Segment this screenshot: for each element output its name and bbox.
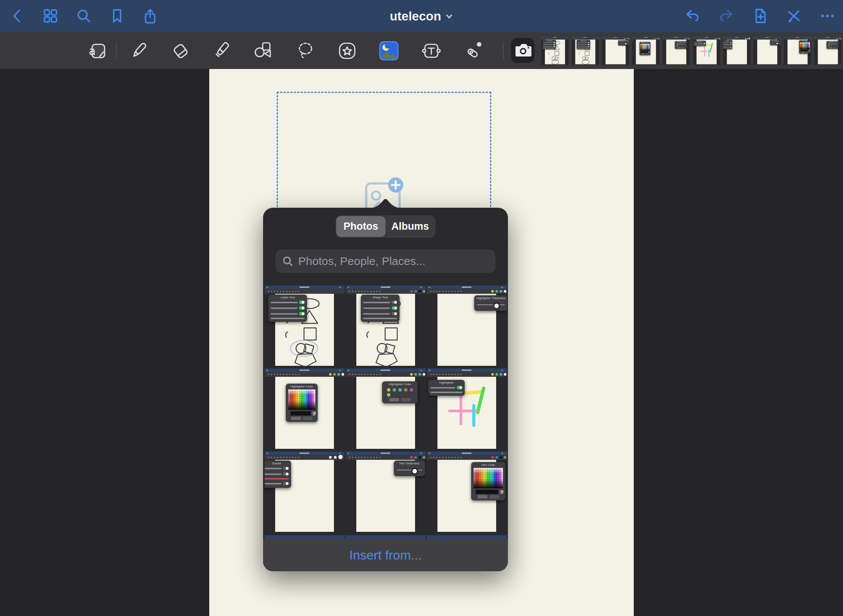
- tool-laser-pointer[interactable]: [462, 39, 486, 63]
- photo-grid: Lasso Tool: [265, 285, 507, 533]
- photo-thumbnail[interactable]: Highlighter Thickness: [602, 37, 629, 65]
- toolbar-divider: [116, 42, 117, 60]
- mini-panel-buttons: [286, 417, 318, 420]
- tool-image[interactable]: [377, 39, 401, 63]
- document-title[interactable]: utelecon: [365, 0, 478, 32]
- photo-thumbnail[interactable]: Lasso Tool: [265, 285, 345, 367]
- mini-nav-bar: [346, 285, 426, 289]
- mini-panel-title: Highlighter Color: [675, 41, 687, 43]
- photo-thumbnail[interactable]: Highlighter Color: [346, 368, 426, 450]
- mini-toolbar: [427, 289, 507, 294]
- page-thumbnail[interactable]: Pen Thickness: [754, 37, 781, 65]
- mini-color-dots: [563, 38, 564, 39]
- mini-tool-panel: Highlighter Color: [382, 381, 418, 403]
- mini-panel-buttons: [382, 398, 418, 401]
- mini-slider: [771, 42, 780, 44]
- mini-color-swatches: [675, 43, 686, 47]
- photo-thumbnail[interactable]: Pen Color: [427, 451, 507, 533]
- page-thumbnail[interactable]: Eraser: [723, 37, 751, 65]
- laser-pointer-icon: [462, 39, 485, 62]
- mini-hex-field: [801, 50, 809, 52]
- mini-color-dots: [715, 38, 716, 39]
- page-thumbnail[interactable]: Highlighter Color: [814, 37, 841, 65]
- chevron-down-icon: [445, 12, 453, 20]
- mini-panel-title: Lasso Tool: [268, 295, 307, 299]
- tool-highlighter[interactable]: [209, 39, 233, 63]
- mini-panel-buttons: [827, 47, 839, 48]
- page-thumbnail[interactable]: Pen Color: [784, 37, 811, 65]
- photo-thumbnail[interactable]: Eraser: [265, 451, 345, 533]
- popover-arrow: [371, 198, 400, 208]
- page-thumbnail[interactable]: Highlighter Color: [663, 37, 690, 65]
- search-button[interactable]: [75, 7, 92, 25]
- mini-color-swatches: [827, 43, 838, 47]
- tool-lasso[interactable]: [293, 39, 318, 63]
- undo-button[interactable]: [684, 7, 701, 25]
- mini-nav-bar: [265, 285, 345, 289]
- page-thumbnail[interactable]: Highlighter Color: [632, 37, 660, 65]
- photo-thumbnail[interactable]: Pen Thickness: [346, 451, 426, 533]
- mini-panel-title: Pen Color: [471, 463, 505, 467]
- bookmark-button[interactable]: [108, 7, 126, 25]
- more-button[interactable]: [819, 7, 836, 25]
- search-icon: [282, 255, 294, 267]
- back-button[interactable]: [8, 7, 26, 25]
- stop-editing-button[interactable]: [785, 7, 802, 25]
- mini-panel-title: Highlighter Color: [827, 41, 839, 43]
- camera-button[interactable]: [511, 38, 534, 63]
- tab-photos[interactable]: Photos: [336, 216, 385, 237]
- photo-thumbnail[interactable]: Highlighter: [427, 368, 507, 450]
- photo-thumbnail[interactable]: Eraser: [723, 37, 751, 65]
- mini-color-dots: [410, 456, 413, 459]
- tool-eraser[interactable]: [168, 39, 193, 63]
- photo-thumbnail[interactable]: Highlighter: [693, 37, 720, 65]
- mini-panel-buttons: [639, 53, 650, 54]
- mini-tool-panel: Highlighter Color: [675, 41, 687, 49]
- mini-toolbar: [427, 372, 507, 377]
- page-thumbnail[interactable]: Shape Tool: [572, 37, 599, 65]
- page-thumbnail-strip: Lasso Tool: [541, 37, 841, 65]
- tab-albums[interactable]: Albums: [385, 216, 435, 237]
- photo-thumbnail[interactable]: Pen Color: [784, 37, 811, 65]
- photo-thumbnail[interactable]: Pen Thickness: [754, 37, 781, 65]
- add-page-button[interactable]: [751, 7, 769, 25]
- mini-tool-panel: Highlighter Color: [639, 42, 650, 55]
- tool-document-mode[interactable]: a: [85, 39, 109, 63]
- mini-tool-panel: Pen Thickness: [770, 40, 780, 45]
- mini-color-dots: [410, 290, 413, 293]
- photo-thumbnail[interactable]: Highlighter Color: [814, 37, 841, 65]
- photo-thumbnail[interactable]: Highlighter Color: [265, 368, 345, 450]
- photo-thumbnail[interactable]: Shape Tool: [346, 285, 426, 367]
- mini-slider: [477, 301, 505, 309]
- redo-button[interactable]: [718, 7, 735, 25]
- tool-shapes[interactable]: [251, 39, 275, 63]
- photo-thumbnail[interactable]: Shape Tool: [572, 37, 599, 65]
- insert-from-button[interactable]: Insert from...: [349, 548, 422, 563]
- mini-toolbar: [346, 455, 426, 460]
- toolbar-divider: [503, 42, 504, 60]
- tool-pen[interactable]: [127, 39, 151, 63]
- mini-color-dots: [329, 290, 332, 293]
- mini-tool-panel: Lasso Tool: [542, 40, 556, 49]
- shapes-icon: [252, 39, 274, 62]
- mini-tool-panel: Pen Color: [799, 41, 811, 54]
- photo-thumbnail[interactable]: Highlighter Color: [663, 37, 690, 65]
- page-thumbnail[interactable]: Highlighter Thickness: [602, 37, 629, 65]
- search-input[interactable]: [298, 255, 489, 268]
- photos-albums-segmented-control: Photos Albums: [335, 215, 436, 238]
- tool-text[interactable]: [419, 39, 443, 63]
- photo-search-field[interactable]: [276, 249, 495, 273]
- share-button[interactable]: [141, 7, 159, 25]
- mini-tool-panel: Shape Tool: [577, 40, 590, 49]
- photo-thumbnail[interactable]: Highlighter Thickness: [427, 285, 507, 367]
- photo-thumbnail[interactable]: Highlighter Color: [632, 37, 660, 65]
- app-window: utelecon a: [0, 0, 843, 616]
- page-thumbnail[interactable]: Lasso Tool: [541, 37, 569, 65]
- page-thumbnail[interactable]: Highlighter: [693, 37, 720, 65]
- tool-stickers[interactable]: [335, 39, 359, 63]
- mini-toolbar: [346, 372, 426, 377]
- tool-bar: a: [0, 32, 843, 69]
- tab-photos-label: Photos: [343, 221, 378, 232]
- photo-thumbnail[interactable]: Lasso Tool: [541, 37, 569, 65]
- page-grid-button[interactable]: [42, 7, 59, 25]
